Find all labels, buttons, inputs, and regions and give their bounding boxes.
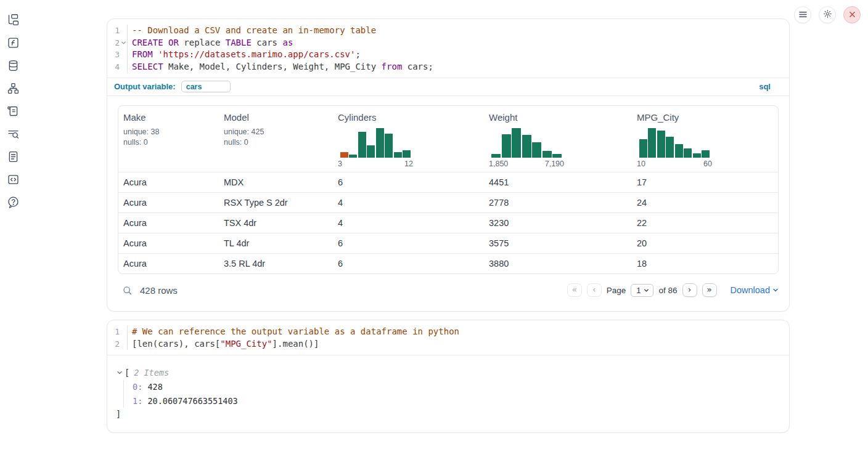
column-label: Model: [224, 112, 328, 123]
axis-max-label: 12: [404, 160, 413, 168]
table-cell: 20: [632, 233, 778, 253]
code-token: FROM: [132, 49, 153, 59]
help-icon[interactable]: [6, 195, 20, 209]
code-token: # We can reference the output variable a…: [132, 326, 459, 336]
table-cell: 17: [632, 172, 778, 192]
histogram-bar: [693, 153, 701, 158]
search-icon[interactable]: [122, 285, 133, 296]
close-icon: [849, 9, 856, 20]
column-stat: nulls: 0: [123, 137, 214, 148]
output-variable-input[interactable]: [181, 81, 231, 92]
histogram-bar: [376, 128, 384, 158]
histogram-bar: [512, 128, 521, 158]
output-tree: [ 2 Items 0: 4281: 20.060747663551403 ]: [107, 355, 789, 432]
python-cell: 12 # We can reference the output variabl…: [107, 320, 790, 433]
python-code-editor[interactable]: 12 # We can reference the output variabl…: [107, 320, 789, 355]
tree-head: [ 2 Items: [116, 366, 778, 379]
documentation-icon[interactable]: [6, 149, 20, 164]
code-token: from: [382, 62, 403, 71]
histogram-bar: [552, 154, 562, 158]
histogram-bar: [702, 150, 710, 158]
axis-max-label: 60: [703, 160, 712, 168]
list-item: 1: 20.060747663551403: [133, 394, 778, 408]
column-stat: unique: 38: [123, 127, 214, 137]
code-token: SELECT: [132, 62, 163, 71]
collapse-chevron-icon[interactable]: [116, 370, 123, 376]
sql-code-editor[interactable]: 1234 -- Download a CSV and create an in-…: [107, 19, 789, 78]
gear-icon: [823, 9, 832, 21]
table-cell: 22: [632, 213, 778, 233]
prev-page-button[interactable]: ‹: [587, 283, 602, 297]
histogram-bar: [349, 155, 357, 158]
output-variable-strip: Output variable: sql: [107, 78, 789, 96]
items-count-label: 2 Items: [134, 366, 169, 379]
table-cell: Acura: [118, 213, 219, 233]
code-token: replace: [179, 38, 226, 47]
table-row[interactable]: AcuraMDX6445117: [118, 172, 778, 192]
next-page-button[interactable]: ›: [682, 283, 697, 297]
page-label: Page: [607, 286, 626, 295]
download-label: Download: [731, 285, 771, 295]
last-page-button[interactable]: »: [702, 283, 717, 297]
code-token: OR: [168, 38, 179, 47]
download-button[interactable]: Download: [731, 285, 779, 295]
close-bracket: ]: [116, 408, 778, 420]
column-header[interactable]: Makeunique: 38nulls: 0: [118, 106, 219, 172]
sidebar: [6, 12, 20, 209]
axis-min-label: 1,850: [489, 160, 508, 168]
settings-button[interactable]: [819, 6, 836, 23]
table-cell: TSX 4dr: [219, 213, 333, 233]
column-header[interactable]: Weight1,8507,190: [484, 106, 632, 172]
histogram-bar: [358, 132, 366, 158]
language-badge[interactable]: sql: [759, 82, 771, 91]
item-value: 428: [147, 382, 162, 392]
page-total: of 86: [658, 286, 677, 295]
table-row[interactable]: AcuraTL 4dr6357520: [118, 233, 778, 253]
dependency-graph-icon[interactable]: [6, 81, 20, 95]
histogram-bar: [385, 134, 393, 158]
scratchpad-icon[interactable]: [6, 103, 20, 118]
table-cell: 6: [333, 172, 484, 192]
functions-icon[interactable]: [6, 35, 20, 50]
table-footer: 428 rows « ‹ Page 1 of 86 › » Download: [118, 280, 779, 300]
item-index: 1:: [133, 396, 147, 406]
database-icon[interactable]: [6, 58, 20, 73]
column-header[interactable]: MPG_City1060: [632, 106, 778, 172]
code-token: CREATE: [132, 38, 163, 47]
code-token: -- Download a CSV and create an in-memor…: [132, 25, 376, 35]
table-row[interactable]: Acura3.5 RL 4dr6388018: [118, 253, 778, 273]
table-header-row: Makeunique: 38nulls: 0Modelunique: 425nu…: [118, 106, 778, 172]
hamburger-icon: [799, 9, 807, 20]
code-token: [153, 49, 158, 59]
column-header[interactable]: Cylinders312: [333, 106, 484, 172]
table-cell: 3230: [484, 213, 632, 233]
close-button[interactable]: [843, 6, 861, 23]
code-token: [len(cars), cars[: [132, 339, 220, 349]
table-row[interactable]: AcuraTSX 4dr4323022: [118, 212, 778, 233]
table-cell: TL 4dr: [219, 233, 333, 253]
file-tree-icon[interactable]: [6, 12, 20, 27]
code-line: # We can reference the output variable a…: [132, 326, 789, 338]
table-row[interactable]: AcuraRSX Type S 2dr4277824: [118, 192, 778, 212]
column-histogram: 312: [338, 127, 479, 168]
first-page-button[interactable]: «: [567, 283, 582, 297]
histogram-bar: [340, 152, 348, 158]
menu-button[interactable]: [794, 6, 811, 23]
snippets-icon[interactable]: [6, 172, 20, 187]
fold-chevron-icon[interactable]: [120, 39, 127, 46]
code-lines: # We can reference the output variable a…: [127, 326, 789, 350]
column-header[interactable]: Modelunique: 425nulls: 0: [219, 106, 333, 172]
list-item: 0: 428: [133, 380, 778, 394]
histogram-bar: [666, 137, 674, 158]
histogram-bar: [394, 152, 402, 158]
logs-icon[interactable]: [6, 126, 20, 141]
table-cell: 6: [333, 233, 484, 253]
table-cell: RSX Type S 2dr: [219, 193, 333, 212]
table-cell: Acura: [118, 172, 219, 192]
page-select[interactable]: 1: [631, 284, 653, 297]
sql-cell: 1234 -- Download a CSV and create an in-…: [107, 18, 790, 312]
code-line: FROM 'https://datasets.marimo.app/cars.c…: [132, 49, 789, 61]
code-token: "MPG_City": [220, 339, 272, 349]
code-token: ].mean()]: [272, 339, 319, 349]
table-cell: 3575: [484, 233, 632, 253]
